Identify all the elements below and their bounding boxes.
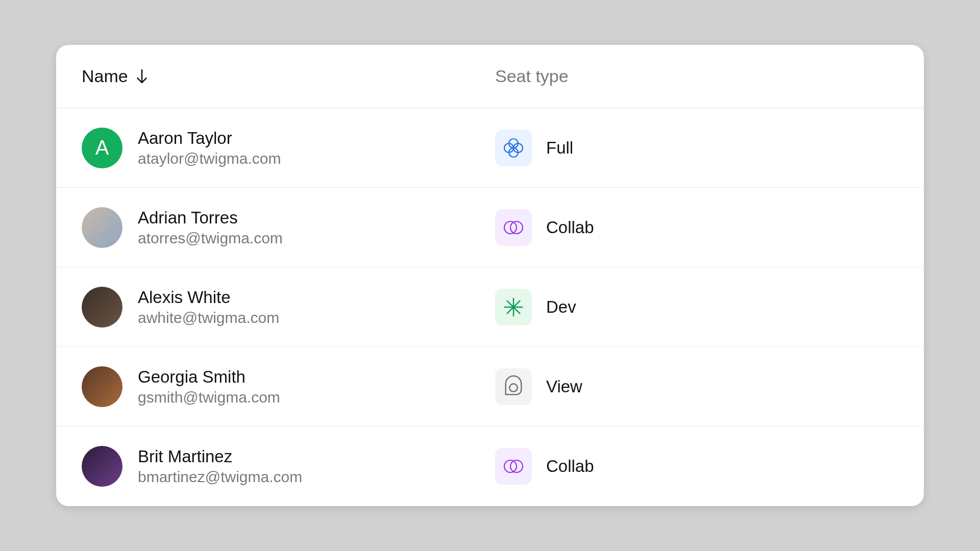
user-name-block: Brit Martinez bmartinez@twigma.com	[138, 447, 302, 486]
seat-dev-icon	[495, 289, 532, 325]
user-cell: Brit Martinez bmartinez@twigma.com	[82, 446, 495, 487]
user-cell: Adrian Torres atorres@twigma.com	[82, 207, 495, 248]
user-name: Aaron Taylor	[138, 129, 281, 148]
user-name-block: Georgia Smith gsmith@twigma.com	[138, 367, 280, 406]
table-row[interactable]: Alexis White awhite@twigma.com Dev	[56, 267, 924, 347]
user-email: atorres@twigma.com	[138, 230, 283, 247]
user-name-block: Alexis White awhite@twigma.com	[138, 288, 279, 327]
table-row[interactable]: Adrian Torres atorres@twigma.com Collab	[56, 188, 924, 267]
seat-cell[interactable]: Full	[495, 130, 573, 166]
avatar	[82, 207, 122, 248]
seat-cell[interactable]: Collab	[495, 209, 594, 246]
user-name: Alexis White	[138, 288, 279, 307]
avatar: A	[82, 128, 122, 168]
avatar	[82, 366, 122, 407]
table-row[interactable]: Georgia Smith gsmith@twigma.com View	[56, 347, 924, 427]
column-header-name[interactable]: Name	[82, 66, 495, 86]
seat-label: Collab	[546, 218, 594, 237]
seat-collab-icon	[495, 448, 532, 485]
seat-cell[interactable]: Dev	[495, 289, 576, 325]
seat-view-icon	[495, 368, 532, 405]
seat-label: View	[546, 377, 582, 396]
user-cell: A Aaron Taylor ataylor@twigma.com	[82, 128, 495, 168]
column-header-name-label: Name	[82, 66, 128, 86]
user-email: bmartinez@twigma.com	[138, 468, 302, 486]
avatar-initial: A	[95, 136, 109, 159]
seat-cell[interactable]: View	[495, 368, 582, 405]
svg-point-11	[509, 384, 517, 391]
table-header-row: Name Seat type	[56, 45, 924, 108]
sort-arrow-down-icon	[135, 69, 149, 84]
seat-collab-icon	[495, 209, 532, 246]
column-header-seat-label: Seat type	[495, 66, 569, 86]
seat-label: Dev	[546, 297, 576, 317]
user-name: Georgia Smith	[138, 367, 280, 387]
user-email: ataylor@twigma.com	[138, 150, 281, 167]
users-table: Name Seat type A Aaron Taylor ataylor@tw…	[56, 45, 924, 506]
seat-label: Collab	[546, 457, 594, 476]
column-header-seat[interactable]: Seat type	[495, 66, 569, 86]
avatar	[82, 287, 122, 328]
user-name: Adrian Torres	[138, 208, 283, 228]
user-email: awhite@twigma.com	[138, 309, 279, 327]
seat-label: Full	[546, 138, 573, 158]
table-row[interactable]: A Aaron Taylor ataylor@twigma.com Full	[56, 108, 924, 188]
user-name: Brit Martinez	[138, 447, 302, 466]
user-name-block: Aaron Taylor ataylor@twigma.com	[138, 129, 281, 167]
user-cell: Georgia Smith gsmith@twigma.com	[82, 366, 495, 407]
user-cell: Alexis White awhite@twigma.com	[82, 287, 495, 328]
user-email: gsmith@twigma.com	[138, 389, 280, 406]
avatar	[82, 446, 122, 487]
seat-full-icon	[495, 130, 532, 166]
seat-cell[interactable]: Collab	[495, 448, 594, 485]
table-row[interactable]: Brit Martinez bmartinez@twigma.com Colla…	[56, 427, 924, 506]
user-name-block: Adrian Torres atorres@twigma.com	[138, 208, 283, 247]
